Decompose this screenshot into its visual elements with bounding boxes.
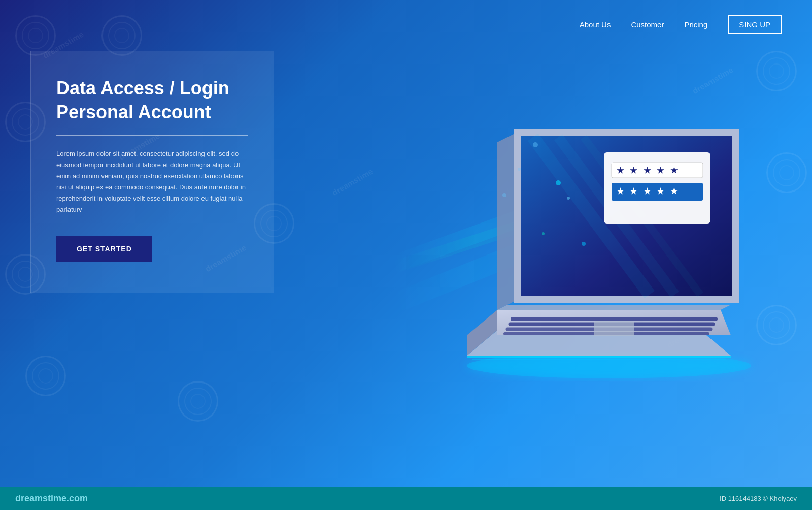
title-divider: [56, 135, 248, 136]
header: About Us Customer Pricing SING UP: [0, 0, 812, 49]
bottom-bar: dreamstime.com ID 116144183 © Kholyaev: [0, 487, 812, 510]
floating-dot: [533, 142, 538, 147]
image-id-text: ID 116144183 © Kholyaev: [720, 495, 797, 502]
watermark-spiral: [178, 381, 218, 422]
hero-description: Lorem ipsum dolor sit amet, consectetur …: [56, 148, 248, 216]
laptop-svg: ★ ★ ★ ★ ★ ★ ★ ★ ★ ★: [406, 41, 787, 396]
floating-dot: [518, 168, 521, 171]
svg-marker-11: [497, 305, 731, 310]
svg-text:★ ★ ★ ★ ★: ★ ★ ★ ★ ★: [617, 187, 680, 196]
svg-point-25: [542, 232, 545, 235]
nav-about[interactable]: About Us: [580, 20, 611, 29]
svg-point-24: [582, 242, 586, 246]
svg-point-22: [556, 180, 561, 185]
cta-get-started-button[interactable]: GET STARTED: [56, 236, 152, 262]
nav-signup-button[interactable]: SING UP: [728, 15, 782, 34]
hero-title: Data Access / Login Personal Account: [56, 77, 248, 124]
dreamstime-logo: dreamstime.com: [15, 493, 88, 504]
svg-text:★ ★ ★ ★ ★: ★ ★ ★ ★ ★: [617, 166, 680, 175]
svg-point-23: [567, 197, 570, 200]
nav-customer[interactable]: Customer: [631, 20, 664, 29]
hero-panel: Data Access / Login Personal Account Lor…: [30, 51, 274, 293]
laptop-illustration: ★ ★ ★ ★ ★ ★ ★ ★ ★ ★: [406, 41, 787, 422]
logo-text: dreamstime: [15, 493, 66, 503]
watermark-text: dreamstime: [331, 167, 375, 198]
nav-pricing[interactable]: Pricing: [684, 20, 707, 29]
watermark-spiral: [25, 356, 66, 396]
floating-dot: [502, 193, 506, 197]
svg-rect-8: [594, 321, 634, 336]
logo-suffix: .com: [66, 493, 88, 503]
